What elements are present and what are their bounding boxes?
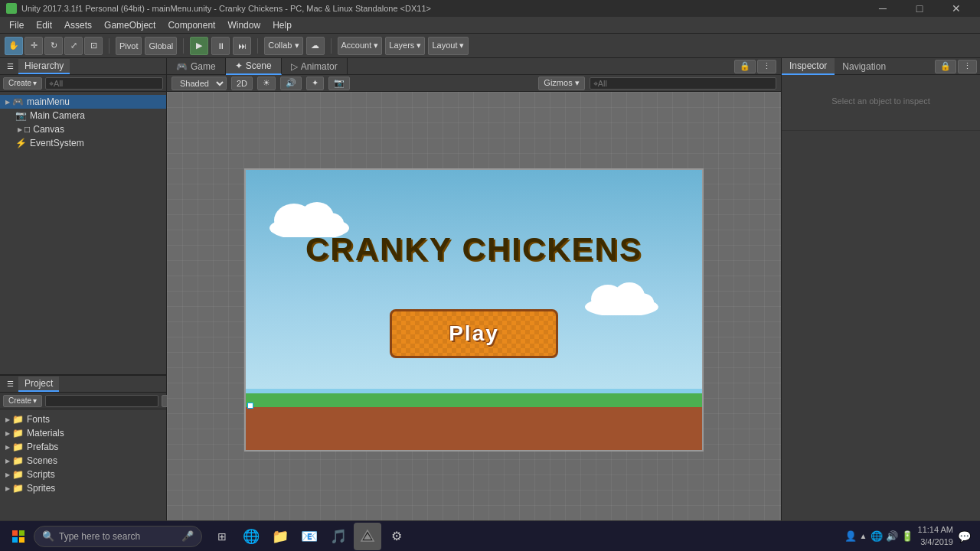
folder-label: Prefabs [27,442,58,452]
taskview-button[interactable]: ⊞ [208,523,236,550]
game-play-button[interactable]: Play [390,309,558,358]
inspector-lock[interactable]: 🔒 [935,60,956,73]
minimize-button[interactable]: ─ [865,0,900,17]
menu-window[interactable]: Window [221,18,266,32]
move-tool[interactable]: ✛ [24,37,43,55]
close-button[interactable]: ✕ [939,0,974,17]
battery-icon[interactable]: 🔋 [901,530,913,542]
hierarchy-create-button[interactable]: Create ▾ [3,77,42,90]
menu-assets[interactable]: Assets [58,18,98,32]
unity-icon [6,3,17,14]
mic-icon: 🎤 [181,530,194,542]
lighting-button[interactable]: ☀ [257,77,276,90]
project-icon: ☰ [5,379,15,390]
menu-file[interactable]: File [3,18,30,32]
shader-dropdown[interactable]: Shaded [172,77,227,90]
hierarchy-item-maincamera[interactable]: 📷 Main Camera [0,109,166,122]
project-search-input[interactable] [45,395,158,407]
global-button[interactable]: Global [145,37,177,55]
project-item-prefabs[interactable]: ▶ 📁 Prefabs [0,440,166,454]
rect-tool[interactable]: ⊡ [84,37,103,55]
project-item-scenes[interactable]: ▶ 📁 Scenes [0,454,166,468]
hand-tool[interactable]: ✋ [5,37,23,55]
taskbar-time-display: 11:14 AM [918,524,953,536]
play-button[interactable]: ▶ [190,37,208,55]
mail-app[interactable]: 📧 [296,523,323,550]
taskbar: 🔍 Type here to search 🎤 ⊞ 🌐 📁 📧 🎵 ⚙ 👤 ▲ … [0,520,980,551]
search-placeholder: Type here to search [59,531,140,542]
menu-edit[interactable]: Edit [30,18,58,32]
layout-button[interactable]: Layout ▾ [428,37,468,55]
2d-button[interactable]: 2D [231,77,253,90]
folder-label: Sprites [27,483,55,494]
project-create-button[interactable]: Create ▾ [3,395,42,407]
speaker-icon[interactable]: 🔊 [886,530,898,542]
account-button[interactable]: Account ▾ [338,37,383,55]
scene-icon: 🎮 [12,96,24,107]
person-icon[interactable]: 👤 [844,530,857,542]
scale-tool[interactable]: ⤢ [64,37,83,55]
hierarchy-tab[interactable]: Hierarchy [18,59,70,74]
taskbar-date-display: 3/4/2019 [918,536,953,548]
tab-game[interactable]: 🎮 Game [167,58,226,75]
folder-icon: 📁 [12,455,24,466]
taskbar-system: 👤 ▲ 🌐 🔊 🔋 11:14 AM 3/4/2019 💬 [844,524,977,548]
fx-button[interactable]: ✦ [306,77,324,90]
center-panel: 🎮 Game ✦ Scene ▷ Animator 🔒 ⋮ Shaded 2D … [167,58,781,528]
separator-1 [109,38,109,54]
animator-tab-icon: ▷ [291,61,298,72]
title-bar: Unity 2017.3.1f1 Personal (64bit) - main… [0,0,980,17]
game-tab-label: Game [191,61,216,72]
taskbar-search[interactable]: 🔍 Type here to search 🎤 [34,526,202,547]
audio-button[interactable]: 🔊 [280,77,302,90]
cloud-1 [267,199,344,222]
inspector-tab[interactable]: Inspector [782,58,835,75]
up-arrow[interactable]: ▲ [860,532,867,540]
lock-button[interactable]: 🔒 [734,60,756,73]
taskbar-clock[interactable]: 11:14 AM 3/4/2019 [918,524,953,548]
game-tab-icon: 🎮 [176,61,188,72]
folder-label: Materials [27,428,64,439]
scene-search-input[interactable] [590,77,776,90]
explorer-app[interactable]: 📁 [266,523,294,550]
action-center-icon[interactable]: 💬 [958,530,971,543]
menu-component[interactable]: Component [162,18,221,32]
spotify-app[interactable]: 🎵 [325,523,352,550]
hierarchy-item-mainmenu[interactable]: ▶ 🎮 mainMenu [0,95,166,109]
pivot-button[interactable]: Pivot [116,37,142,55]
inspector-more[interactable]: ⋮ [958,60,977,73]
step-button[interactable]: ⏭ [233,37,251,55]
menu-help[interactable]: Help [266,18,298,32]
tab-animator[interactable]: ▷ Animator [282,58,348,75]
chrome-app[interactable]: 🌐 [237,523,265,550]
scene-viewport[interactable]: CRANKY CHICKENS Play [167,92,781,528]
layers-button[interactable]: Layers ▾ [385,37,425,55]
hierarchy-item-canvas[interactable]: ▶ □ Canvas [0,122,166,136]
unity-taskbar-app[interactable] [354,523,381,550]
pause-button[interactable]: ⏸ [211,37,230,55]
hierarchy-item-eventsystem[interactable]: ⚡ EventSystem [0,136,166,150]
scenecam-button[interactable]: 📷 [328,77,350,90]
project-tab[interactable]: Project [18,377,59,392]
settings-app[interactable]: ⚙ [383,523,410,550]
gizmos-button[interactable]: Gizmos ▾ [538,77,584,90]
tab-scene[interactable]: ✦ Scene [226,58,282,75]
collab-button[interactable]: Collab ▾ [264,37,302,55]
menu-gameobject[interactable]: GameObject [98,18,162,32]
right-tabs: Inspector Navigation 🔒 ⋮ [782,58,980,75]
project-item-fonts[interactable]: ▶ 📁 Fonts [0,412,166,426]
project-item-materials[interactable]: ▶ 📁 Materials [0,426,166,440]
maximize-button[interactable]: □ [902,0,937,17]
folder-icon: 📁 [12,483,24,494]
start-button[interactable] [3,523,34,550]
rotate-tool[interactable]: ↻ [44,37,63,55]
navigation-tab[interactable]: Navigation [835,58,893,75]
more-button[interactable]: ⋮ [757,60,776,73]
network-icon[interactable]: 🌐 [871,530,883,542]
cloud-button[interactable]: ☁ [306,37,325,55]
project-item-scripts[interactable]: ▶ 📁 Scripts [0,468,166,481]
hierarchy-search-input[interactable] [45,77,163,90]
expand-arrow: ▶ [3,429,12,438]
title-bar-controls[interactable]: ─ □ ✕ [865,0,974,17]
project-item-sprites[interactable]: ▶ 📁 Sprites [0,481,166,495]
